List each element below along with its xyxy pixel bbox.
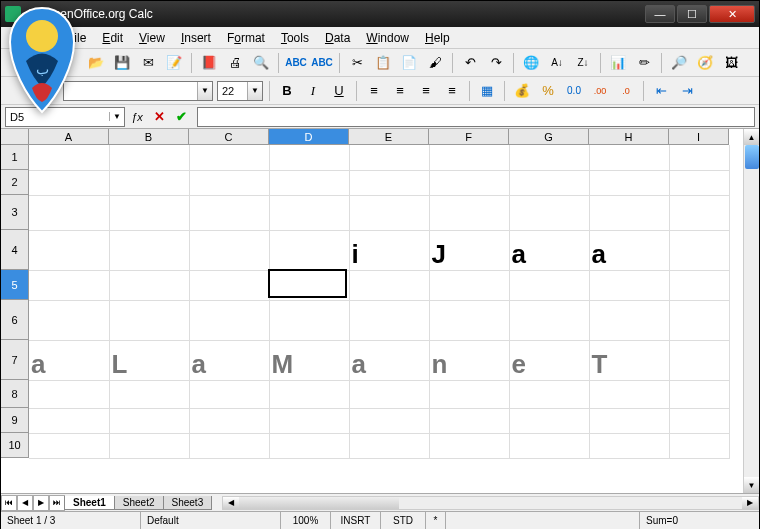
chevron-down-icon[interactable]: ▼ bbox=[109, 112, 124, 121]
cell-E10[interactable] bbox=[349, 433, 429, 458]
menu-data[interactable]: Data bbox=[319, 29, 356, 47]
cell-G2[interactable] bbox=[509, 170, 589, 195]
row-header-6[interactable]: 6 bbox=[1, 300, 29, 340]
select-all-corner[interactable] bbox=[1, 129, 29, 145]
sheet-tab-sheet3[interactable]: Sheet3 bbox=[163, 496, 213, 510]
cell-E4[interactable]: i bbox=[349, 230, 429, 270]
cell-I10[interactable] bbox=[669, 433, 729, 458]
cell-D5[interactable] bbox=[269, 270, 349, 300]
cell-G1[interactable] bbox=[509, 145, 589, 170]
row-header-9[interactable]: 9 bbox=[1, 408, 29, 433]
cell-F9[interactable] bbox=[429, 408, 509, 433]
scroll-up-icon[interactable]: ▲ bbox=[744, 129, 759, 145]
menu-view[interactable]: View bbox=[133, 29, 171, 47]
cell-F10[interactable] bbox=[429, 433, 509, 458]
status-sum[interactable]: Sum=0 bbox=[639, 512, 759, 529]
horizontal-scrollbar[interactable]: ◀ ▶ bbox=[222, 496, 759, 510]
close-button[interactable]: ✕ bbox=[709, 5, 755, 23]
scroll-down-icon[interactable]: ▼ bbox=[744, 477, 759, 493]
chart-icon[interactable]: 📊 bbox=[607, 52, 629, 74]
cell-A4[interactable] bbox=[29, 230, 109, 270]
cell-C3[interactable] bbox=[189, 195, 269, 230]
cell-G9[interactable] bbox=[509, 408, 589, 433]
maximize-button[interactable]: ☐ bbox=[677, 5, 707, 23]
cell-A2[interactable] bbox=[29, 170, 109, 195]
find-icon[interactable]: 🔎 bbox=[668, 52, 690, 74]
cell-I4[interactable] bbox=[669, 230, 729, 270]
cell-G3[interactable] bbox=[509, 195, 589, 230]
minimize-button[interactable]: — bbox=[645, 5, 675, 23]
cell-E9[interactable] bbox=[349, 408, 429, 433]
pdf-icon[interactable]: 📕 bbox=[198, 52, 220, 74]
cell-G10[interactable] bbox=[509, 433, 589, 458]
autospell-icon[interactable]: ABC bbox=[311, 52, 333, 74]
cell-A7[interactable]: a bbox=[29, 340, 109, 380]
cell-H1[interactable] bbox=[589, 145, 669, 170]
cell-H6[interactable] bbox=[589, 300, 669, 340]
cell-I9[interactable] bbox=[669, 408, 729, 433]
bold-button[interactable]: B bbox=[276, 80, 298, 102]
cell-C5[interactable] bbox=[189, 270, 269, 300]
cell-I2[interactable] bbox=[669, 170, 729, 195]
cell-E1[interactable] bbox=[349, 145, 429, 170]
cell-B10[interactable] bbox=[109, 433, 189, 458]
row-header-2[interactable]: 2 bbox=[1, 170, 29, 195]
chevron-down-icon[interactable]: ▼ bbox=[247, 82, 262, 100]
formula-input[interactable] bbox=[197, 107, 755, 127]
cell-H3[interactable] bbox=[589, 195, 669, 230]
column-header-A[interactable]: A bbox=[29, 129, 109, 145]
cell-D2[interactable] bbox=[269, 170, 349, 195]
cell-B5[interactable] bbox=[109, 270, 189, 300]
hyperlink-icon[interactable]: 🌐 bbox=[520, 52, 542, 74]
paste-icon[interactable]: 📄 bbox=[398, 52, 420, 74]
scroll-thumb[interactable] bbox=[239, 497, 399, 509]
row-header-5[interactable]: 5 bbox=[1, 270, 29, 300]
cell-I5[interactable] bbox=[669, 270, 729, 300]
redo-icon[interactable]: ↷ bbox=[485, 52, 507, 74]
cell-D6[interactable] bbox=[269, 300, 349, 340]
show-draw-icon[interactable]: ✏ bbox=[633, 52, 655, 74]
cell-I3[interactable] bbox=[669, 195, 729, 230]
row-header-8[interactable]: 8 bbox=[1, 380, 29, 408]
column-header-G[interactable]: G bbox=[509, 129, 589, 145]
edit-file-icon[interactable]: 📝 bbox=[163, 52, 185, 74]
cell-C1[interactable] bbox=[189, 145, 269, 170]
save-icon[interactable]: 💾 bbox=[111, 52, 133, 74]
cell-H5[interactable] bbox=[589, 270, 669, 300]
cell-E5[interactable] bbox=[349, 270, 429, 300]
cell-C6[interactable] bbox=[189, 300, 269, 340]
column-header-D[interactable]: D bbox=[269, 129, 349, 145]
row-header-7[interactable]: 7 bbox=[1, 340, 29, 380]
copy-icon[interactable]: 📋 bbox=[372, 52, 394, 74]
font-name-combo[interactable]: ▼ bbox=[63, 81, 213, 101]
accept-button[interactable]: ✔ bbox=[171, 107, 191, 127]
gallery-icon[interactable]: 🖼 bbox=[720, 52, 742, 74]
align-right-icon[interactable]: ≡ bbox=[415, 80, 437, 102]
status-insert-mode[interactable]: INSRT bbox=[331, 512, 381, 529]
cell-A10[interactable] bbox=[29, 433, 109, 458]
currency-icon[interactable]: 💰 bbox=[511, 80, 533, 102]
cell-F2[interactable] bbox=[429, 170, 509, 195]
cell-A1[interactable] bbox=[29, 145, 109, 170]
cell-A5[interactable] bbox=[29, 270, 109, 300]
cell-H2[interactable] bbox=[589, 170, 669, 195]
row-header-10[interactable]: 10 bbox=[1, 433, 29, 458]
cell-F4[interactable]: J bbox=[429, 230, 509, 270]
cell-B4[interactable] bbox=[109, 230, 189, 270]
cut-icon[interactable]: ✂ bbox=[346, 52, 368, 74]
menu-tools[interactable]: Tools bbox=[275, 29, 315, 47]
underline-button[interactable]: U bbox=[328, 80, 350, 102]
merge-cells-icon[interactable]: ▦ bbox=[476, 80, 498, 102]
cell-H4[interactable]: a bbox=[589, 230, 669, 270]
cell-B2[interactable] bbox=[109, 170, 189, 195]
cell-G6[interactable] bbox=[509, 300, 589, 340]
prev-sheet-button[interactable]: ◀ bbox=[17, 495, 33, 511]
vertical-scrollbar[interactable]: ▲ ▼ bbox=[743, 129, 759, 493]
cell-G4[interactable]: a bbox=[509, 230, 589, 270]
cell-A6[interactable] bbox=[29, 300, 109, 340]
row-header-3[interactable]: 3 bbox=[1, 195, 29, 230]
italic-button[interactable]: I bbox=[302, 80, 324, 102]
align-center-icon[interactable]: ≡ bbox=[389, 80, 411, 102]
cell-B8[interactable] bbox=[109, 380, 189, 408]
sort-desc-icon[interactable]: Z↓ bbox=[572, 52, 594, 74]
